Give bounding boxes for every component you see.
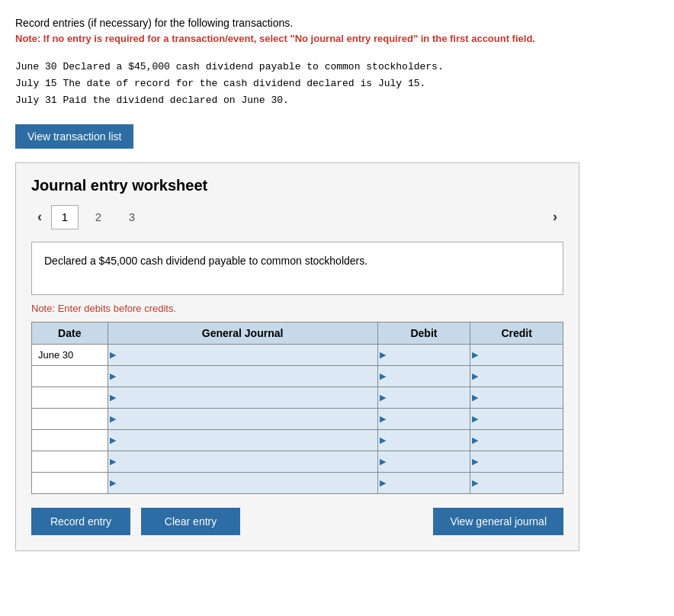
credit-input[interactable] xyxy=(470,409,563,429)
journal-input[interactable] xyxy=(108,345,377,365)
date-cell xyxy=(32,365,108,387)
debit-cell[interactable]: ▶ xyxy=(377,365,470,387)
journal-input[interactable] xyxy=(108,409,377,429)
clear-entry-button[interactable]: Clear entry xyxy=(141,508,240,535)
journal-cell[interactable]: ▶ xyxy=(108,344,377,365)
debit-cell[interactable]: ▶ xyxy=(377,472,470,493)
journal-cell[interactable]: ▶ xyxy=(108,472,377,493)
journal-table: Date General Journal Debit Credit June 3… xyxy=(31,322,563,494)
journal-input[interactable] xyxy=(108,387,377,408)
date-cell: June 30 xyxy=(32,344,108,365)
table-row: ▶▶▶ xyxy=(32,408,563,429)
credit-input[interactable] xyxy=(470,430,563,451)
tab-3[interactable]: 3 xyxy=(118,205,146,229)
debit-input[interactable] xyxy=(378,366,470,387)
journal-worksheet: Journal entry worksheet ‹ 1 2 3 › Declar… xyxy=(15,162,579,551)
table-row: June 30▶▶▶ xyxy=(32,344,563,365)
credit-input[interactable] xyxy=(470,387,563,408)
journal-cell[interactable]: ▶ xyxy=(108,451,377,472)
debit-input[interactable] xyxy=(378,345,470,365)
journal-header: General Journal xyxy=(108,322,377,344)
date-cell xyxy=(32,429,108,451)
action-buttons: Record entry Clear entry View general jo… xyxy=(31,508,563,535)
credit-cell[interactable]: ▶ xyxy=(470,344,563,365)
view-transaction-button[interactable]: View transaction list xyxy=(15,124,133,149)
credit-cell[interactable]: ▶ xyxy=(470,451,563,472)
journal-cell[interactable]: ▶ xyxy=(108,365,377,387)
transaction-3: July 31 Paid the dividend declared on Ju… xyxy=(15,92,659,109)
journal-input[interactable] xyxy=(108,430,377,451)
view-general-journal-button[interactable]: View general journal xyxy=(433,508,563,535)
credit-input[interactable] xyxy=(470,366,563,387)
debit-cell[interactable]: ▶ xyxy=(377,408,470,429)
credit-input[interactable] xyxy=(470,345,563,365)
credit-cell[interactable]: ▶ xyxy=(470,387,563,408)
credit-cell[interactable]: ▶ xyxy=(470,429,563,451)
date-cell xyxy=(32,387,108,408)
note-instruction: Note: If no entry is required for a tran… xyxy=(15,31,659,47)
date-cell xyxy=(32,408,108,429)
credit-cell[interactable]: ▶ xyxy=(470,365,563,387)
tab-2[interactable]: 2 xyxy=(85,205,112,229)
credit-input[interactable] xyxy=(470,451,563,472)
transaction-2: July 15 The date of record for the cash … xyxy=(15,75,659,92)
table-row: ▶▶▶ xyxy=(32,365,563,387)
journal-cell[interactable]: ▶ xyxy=(108,408,377,429)
journal-input[interactable] xyxy=(108,366,377,387)
debit-input[interactable] xyxy=(378,409,470,429)
date-header: Date xyxy=(32,322,108,344)
debit-input[interactable] xyxy=(378,387,470,408)
journal-input[interactable] xyxy=(108,451,377,472)
table-row: ▶▶▶ xyxy=(32,472,563,493)
instructions: Record entries (if necessary) for the fo… xyxy=(15,15,659,47)
worksheet-title: Journal entry worksheet xyxy=(31,177,563,194)
debit-input[interactable] xyxy=(378,473,470,493)
credit-header: Credit xyxy=(470,322,563,344)
transactions-list: June 30 Declared a $45,000 cash dividend… xyxy=(15,59,659,109)
table-row: ▶▶▶ xyxy=(32,429,563,451)
table-row: ▶▶▶ xyxy=(32,387,563,408)
debit-input[interactable] xyxy=(378,430,470,451)
next-tab-button[interactable]: › xyxy=(547,207,563,226)
credit-cell[interactable]: ▶ xyxy=(470,472,563,493)
journal-cell[interactable]: ▶ xyxy=(108,429,377,451)
debit-header: Debit xyxy=(377,322,470,344)
transaction-description: Declared a $45,000 cash dividend payable… xyxy=(31,242,563,295)
tabs-row: ‹ 1 2 3 › xyxy=(31,205,563,229)
prev-tab-button[interactable]: ‹ xyxy=(31,207,48,226)
date-cell xyxy=(32,472,108,493)
debit-cell[interactable]: ▶ xyxy=(377,429,470,451)
table-row: ▶▶▶ xyxy=(32,451,563,472)
debit-input[interactable] xyxy=(378,451,470,472)
debit-cell[interactable]: ▶ xyxy=(377,451,470,472)
tab-1[interactable]: 1 xyxy=(51,205,79,229)
journal-input[interactable] xyxy=(108,473,377,493)
credit-cell[interactable]: ▶ xyxy=(470,408,563,429)
transaction-1: June 30 Declared a $45,000 cash dividend… xyxy=(15,59,659,75)
debit-cell[interactable]: ▶ xyxy=(377,387,470,408)
date-cell xyxy=(32,451,108,472)
debits-note: Note: Enter debits before credits. xyxy=(31,303,563,314)
debit-cell[interactable]: ▶ xyxy=(377,344,470,365)
credit-input[interactable] xyxy=(470,473,563,493)
journal-cell[interactable]: ▶ xyxy=(108,387,377,408)
main-instruction: Record entries (if necessary) for the fo… xyxy=(15,15,659,31)
record-entry-button[interactable]: Record entry xyxy=(31,508,130,535)
